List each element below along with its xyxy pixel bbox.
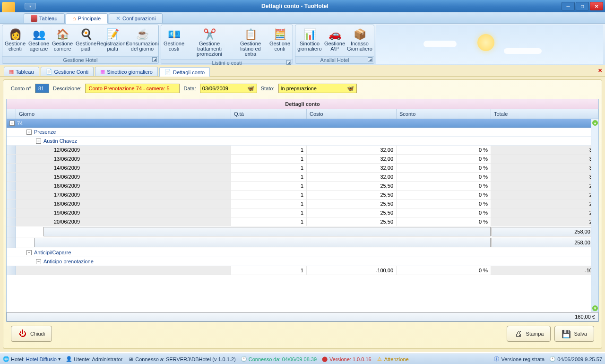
status-attention[interactable]: ⚠Attenzione xyxy=(376,356,409,363)
desc-label: Descrizione: xyxy=(53,86,82,91)
group-row-anticipi[interactable]: −Anticipi/Caparre xyxy=(7,248,598,257)
btn-incasso[interactable]: 📦Incasso Giornaliero xyxy=(346,26,373,55)
conto-input[interactable] xyxy=(35,84,49,93)
btn-gestione-costi[interactable]: 💶Gestione costi xyxy=(162,26,186,58)
dropdown-icon[interactable]: ▾ xyxy=(58,356,61,362)
tab-principale[interactable]: ⌂Principale xyxy=(66,13,108,24)
collapse-icon[interactable]: − xyxy=(26,250,32,255)
col-giorno[interactable]: Giorno xyxy=(16,109,231,119)
collapse-icon[interactable]: − xyxy=(36,139,41,144)
butterfly-icon[interactable]: 🦋 xyxy=(347,85,354,92)
content-area: Conto n° Descrizione: Data: 🦋 Stato: 🦋 D… xyxy=(0,77,605,352)
table-row[interactable]: 20/06/2009125,500 %26 xyxy=(7,217,598,226)
btn-gestione-conti[interactable]: 🧮Gestione conti xyxy=(268,26,292,58)
table-row[interactable]: 18/06/2009125,500 %26 xyxy=(7,199,598,208)
group-row-74[interactable]: ▸−74 xyxy=(7,119,598,128)
save-icon: 💾 xyxy=(562,329,571,338)
ribbon-group-listini: 💶Gestione costi ✂️Gestione trattamenti p… xyxy=(161,25,293,64)
subtab-sinottico[interactable]: ▦Sinottico giornaliero xyxy=(95,67,158,76)
btn-gestione-trattamenti[interactable]: ✂️Gestione trattamenti promozioni xyxy=(186,26,233,58)
descrizione-input[interactable] xyxy=(85,84,180,93)
register-dishes-icon: 📝 xyxy=(105,27,120,41)
maximize-button[interactable]: □ xyxy=(576,2,589,10)
btn-gestione-camere[interactable]: 🏠Gestione camere xyxy=(51,26,74,55)
table-row[interactable]: 17/06/2009125,500 %26 xyxy=(7,191,598,199)
tab-tableau[interactable]: Tableau xyxy=(24,13,65,23)
group-row-guest[interactable]: −Austin Chavez xyxy=(7,137,598,146)
close-button[interactable]: ✕ xyxy=(590,2,603,10)
col-totale[interactable]: Totale xyxy=(491,109,598,119)
dialog-launcher-2[interactable]: ◢ xyxy=(286,60,291,65)
close-tab-button[interactable]: ✕ xyxy=(598,68,602,74)
btn-gestione-listino[interactable]: 📋Gestione listino ed extra xyxy=(233,26,268,58)
btn-gestione-piatti[interactable]: 🍳Gestione piatti xyxy=(74,26,98,55)
warning-icon: ⚠ xyxy=(376,356,383,363)
btn-consumazioni[interactable]: ☕Consumazioni del giorno xyxy=(127,26,157,55)
collapse-icon[interactable]: − xyxy=(36,259,41,264)
window-title: Dettagli conto - TuoHotel xyxy=(28,3,562,9)
status-hotel[interactable]: 🌐Hotel: Hotel Diffusio ▾ xyxy=(3,356,61,363)
presenze-subtotal-row: 258,00 € xyxy=(7,237,598,248)
minimize-button[interactable]: ─ xyxy=(562,2,575,10)
btn-sinottico[interactable]: 📊Sinottico giornaliero xyxy=(296,26,323,55)
collapse-icon[interactable]: − xyxy=(26,130,32,135)
home-icon: ⌂ xyxy=(73,15,76,22)
ribbon-group-title-1: Gestione Hotel◢ xyxy=(2,56,158,63)
subtab-tableau[interactable]: ▦Tableau xyxy=(4,67,39,76)
status-version: ⬤Versione:1.0.0.16 xyxy=(321,356,372,363)
table-row[interactable]: 19/06/2009125,500 %26 xyxy=(7,208,598,217)
butterfly-icon[interactable]: 🦋 xyxy=(247,85,255,92)
globe-icon: 🌐 xyxy=(3,356,9,363)
scroll-up-icon[interactable]: ▲ xyxy=(592,120,598,126)
user-icon: 👤 xyxy=(66,356,72,363)
version-icon: ⬤ xyxy=(321,356,328,363)
ap-icon: 🚗 xyxy=(327,27,342,41)
data-input[interactable] xyxy=(202,86,247,91)
status-registered: ⓘVersione registrata xyxy=(493,356,544,363)
sinottico-small-icon: ▦ xyxy=(100,69,105,75)
group-row-anticipo-pren[interactable]: −Anticipo prenotazione xyxy=(7,257,598,266)
server-icon: 🖥 xyxy=(127,356,134,363)
group-row-presenze[interactable]: −Presenze xyxy=(7,128,598,137)
tab-configurazioni[interactable]: ✕Configurazioni xyxy=(109,13,163,23)
form-row: Conto n° Descrizione: Data: 🦋 Stato: 🦋 xyxy=(6,83,599,94)
title-bar: ▾ Dettagli conto - TuoHotel ─ □ ✕ xyxy=(0,0,605,12)
chiudi-button[interactable]: ⏻Chiudi xyxy=(11,326,52,342)
grid-body[interactable]: ▸−74 −Presenze −Austin Chavez 12/06/2009… xyxy=(7,119,598,312)
col-sconto[interactable]: Sconto xyxy=(397,109,491,119)
status-user: 👤Utente:Administrator xyxy=(66,356,122,363)
accounts-small-icon: 📄 xyxy=(46,69,52,75)
btn-gestione-agenzie[interactable]: 👥Gestione agenzie xyxy=(27,26,51,55)
scrollbar[interactable]: ▲ ▼ xyxy=(591,119,598,312)
table-row[interactable]: 1 -100,00 0 % -100 xyxy=(7,266,598,275)
table-row[interactable]: 14/06/2009132,000 %32 xyxy=(7,164,598,173)
table-row[interactable]: 12/06/2009132,000 %32 xyxy=(7,146,598,155)
subtab-gestione-conti[interactable]: 📄Gestione Conti xyxy=(41,67,94,76)
clock-icon: 🕐 xyxy=(549,356,556,363)
col-costo[interactable]: Costo xyxy=(307,109,397,119)
tableau-icon xyxy=(31,15,37,22)
dishes-icon: 🍳 xyxy=(78,27,94,41)
dialog-launcher-1[interactable]: ◢ xyxy=(152,57,157,62)
table-row[interactable]: 16/06/2009125,500 %26 xyxy=(7,182,598,191)
scroll-down-icon[interactable]: ▼ xyxy=(592,305,598,311)
table-row[interactable]: 13/06/2009132,000 %32 xyxy=(7,155,598,164)
salva-button[interactable]: 💾Salva xyxy=(554,326,594,342)
table-row[interactable]: 15/06/2009132,000 %32 xyxy=(7,173,598,182)
btn-registrazione-piatti[interactable]: 📝Registrazione piatti xyxy=(98,26,127,55)
details-grid: Dettagli conto Giorno Q.tà Costo Sconto … xyxy=(6,99,599,322)
collapse-icon[interactable]: − xyxy=(9,121,15,126)
btn-gestione-clienti[interactable]: 👩Gestione clienti xyxy=(3,26,27,55)
subtab-dettagli-conto[interactable]: 📄Dettagli conto xyxy=(159,67,210,77)
btn-gestione-ap[interactable]: 🚗Gestione A\P xyxy=(323,26,346,55)
bottom-button-bar: ⏻Chiudi 🖨Stampa 💾Salva xyxy=(6,322,599,346)
stampa-button[interactable]: 🖨Stampa xyxy=(507,326,551,342)
col-qta[interactable]: Q.tà xyxy=(231,109,307,119)
stato-input[interactable] xyxy=(281,86,347,91)
grid-header-row: Giorno Q.tà Costo Sconto Totale xyxy=(7,109,598,119)
quick-access-dropdown[interactable]: ▾ xyxy=(25,3,36,9)
dialog-launcher-3[interactable]: ◢ xyxy=(368,57,372,62)
pricelist-icon: 📋 xyxy=(243,27,258,41)
consumptions-icon: ☕ xyxy=(135,27,150,41)
presenze-subtotal: 258,00 € xyxy=(492,238,598,247)
